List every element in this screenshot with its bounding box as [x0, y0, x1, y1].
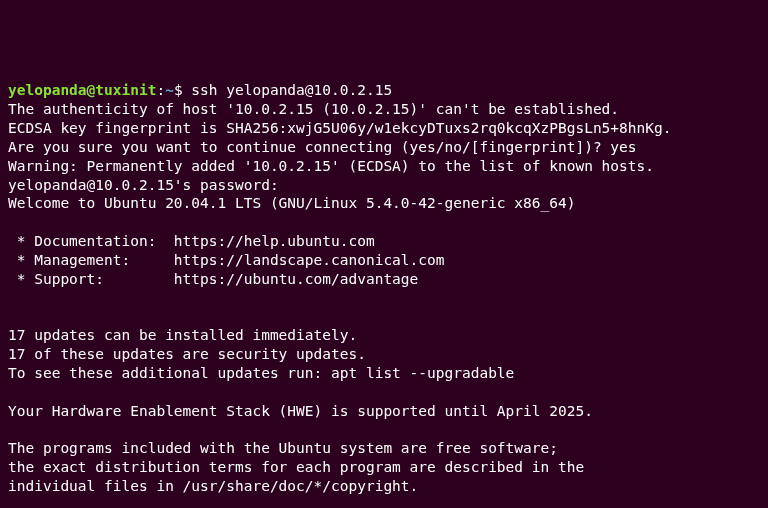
terminal-viewport[interactable]: yelopanda@tuxinit:~$ ssh yelopanda@10.0.…: [8, 81, 760, 508]
output-updates-hint: To see these additional updates run: apt…: [8, 365, 514, 381]
output-password-prompt: yelopanda@10.0.2.15's password:: [8, 177, 279, 193]
output-welcome: Welcome to Ubuntu 20.04.1 LTS (GNU/Linux…: [8, 195, 575, 211]
output-authenticity: The authenticity of host '10.0.2.15 (10.…: [8, 101, 619, 117]
output-security-updates: 17 of these updates are security updates…: [8, 346, 366, 362]
output-warning: Warning: Permanently added '10.0.2.15' (…: [8, 158, 654, 174]
output-free-software-3: individual files in /usr/share/doc/*/cop…: [8, 478, 418, 494]
prompt-path: ~: [165, 82, 174, 98]
prompt-userhost: yelopanda@tuxinit: [8, 82, 156, 98]
output-fingerprint: ECDSA key fingerprint is SHA256:xwjG5U06…: [8, 120, 671, 136]
output-updates-count: 17 updates can be installed immediately.: [8, 327, 357, 343]
output-confirm: Are you sure you want to continue connec…: [8, 139, 637, 155]
output-support-link: * Support: https://ubuntu.com/advantage: [8, 271, 418, 287]
prompt-colon: :: [156, 82, 165, 98]
output-documentation-link: * Documentation: https://help.ubuntu.com: [8, 233, 375, 249]
output-hwe: Your Hardware Enablement Stack (HWE) is …: [8, 403, 593, 419]
ssh-command: ssh yelopanda@10.0.2.15: [191, 82, 392, 98]
output-free-software-2: the exact distribution terms for each pr…: [8, 459, 584, 475]
prompt-line-1: yelopanda@tuxinit:~$ ssh yelopanda@10.0.…: [8, 82, 392, 98]
output-free-software-1: The programs included with the Ubuntu sy…: [8, 440, 558, 456]
output-management-link: * Management: https://landscape.canonica…: [8, 252, 445, 268]
prompt-dollar: $: [174, 82, 191, 98]
